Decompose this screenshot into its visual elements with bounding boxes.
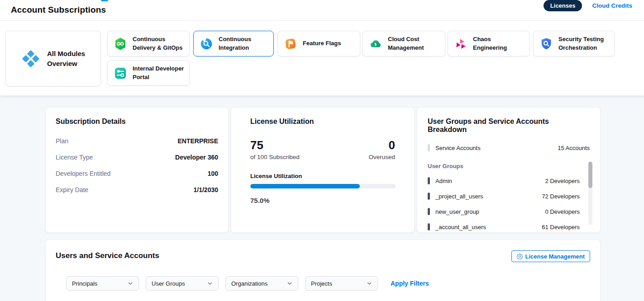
group-label: Admin — [435, 178, 452, 184]
breakdown-scrollbar-track[interactable] — [588, 161, 592, 225]
subscribed-caption: of 100 Subscribed — [250, 154, 300, 160]
page-title: Account Subscriptions — [11, 5, 106, 15]
detail-row-license-type: License Type Developer 360 — [56, 153, 218, 162]
dropdown-label: User Groups — [152, 280, 185, 287]
chaos-engineering-icon — [454, 37, 467, 51]
detail-label: License Type — [56, 153, 93, 162]
internal-developer-portal-icon — [114, 66, 127, 80]
chevron-down-icon — [128, 281, 133, 286]
service-accounts-label: Service Accounts — [435, 145, 481, 151]
module-label: Internal Developer Portal — [133, 65, 185, 81]
module-card-chaos[interactable]: Chaos Engineering — [448, 31, 530, 56]
detail-value: Developer 360 — [175, 153, 218, 162]
all-modules-overview-card[interactable]: All Modules Overview — [5, 31, 101, 86]
group-label: _account_all_users — [435, 224, 486, 230]
group-value: 2 Developers — [545, 178, 590, 184]
chevron-down-icon — [287, 281, 292, 286]
module-label: Feature Flags — [303, 39, 341, 47]
detail-label: Developers Entitled — [56, 169, 110, 178]
detail-label: Plan — [56, 136, 68, 146]
user-groups-heading: User Groups — [428, 163, 590, 169]
module-selector-bar: All Modules Overview Continuous Delivery… — [0, 21, 644, 96]
group-marker — [428, 208, 430, 215]
service-accounts-value: 15 Accounts — [558, 145, 590, 151]
license-utilization-card: License Utilization 75 of 100 Subscribed… — [231, 107, 415, 233]
detail-row-developers-entitled: Developers Entitled 100 — [56, 169, 218, 178]
apply-filters-link[interactable]: Apply Filters — [391, 280, 429, 287]
group-row: new_user_group 0 Developers — [428, 207, 590, 216]
detail-value: 1/1/2030 — [194, 185, 219, 194]
module-card-idp[interactable]: Internal Developer Portal — [107, 60, 190, 86]
cloud-credits-tab[interactable]: Cloud Credits — [592, 2, 632, 9]
chevron-down-icon — [207, 281, 213, 286]
group-value: 61 Developers — [542, 224, 590, 230]
module-card-feature-flags[interactable]: Feature Flags — [277, 31, 360, 56]
module-card-ci[interactable]: Continuous Integration — [193, 31, 274, 56]
module-label: Chaos Engineering — [473, 35, 525, 52]
dropdown-label: Principals — [72, 280, 97, 287]
license-management-button[interactable]: License Management — [511, 250, 591, 262]
header-tabs: Licenses Cloud Credits — [544, 0, 632, 11]
chevron-down-icon — [367, 281, 372, 286]
dropdown-label: Organizations — [231, 280, 267, 287]
page-header: Account Subscriptions Licenses Cloud Cre… — [0, 0, 644, 21]
clipped-top-element — [101, 0, 108, 1]
detail-row-plan: Plan ENTERPRISE — [56, 136, 218, 146]
group-marker — [428, 177, 430, 184]
subscription-details-card: Subscription Details Plan ENTERPRISE Lic… — [45, 107, 229, 233]
cd-gitops-icon — [114, 37, 127, 51]
overused-count: 0 — [389, 138, 395, 152]
license-management-label: License Management — [525, 253, 585, 260]
service-accounts-row: Service Accounts 15 Accounts — [428, 144, 590, 152]
group-row: Admin 2 Developers — [428, 177, 590, 185]
users-service-accounts-card: Users and Service Accounts License Manag… — [45, 240, 601, 301]
all-modules-icon — [20, 48, 41, 69]
group-value: 0 Developers — [545, 208, 590, 215]
module-label: Cloud Cost Management — [388, 35, 440, 52]
module-card-ccm[interactable]: $ Cloud Cost Management — [363, 31, 445, 56]
group-row: _account_all_users 61 Developers — [428, 223, 590, 231]
group-row: _project_all_users 72 Developers — [428, 192, 590, 200]
detail-label: Expiry Date — [56, 185, 88, 194]
service-accounts-marker — [428, 144, 430, 151]
detail-row-expiry-date: Expiry Date 1/1/2030 — [56, 185, 218, 194]
module-card-cd-gitops[interactable]: Continuous Delivery & GitOps — [107, 31, 190, 56]
group-label: new_user_group — [435, 208, 479, 215]
gear-icon — [517, 254, 523, 259]
detail-value: 100 — [208, 169, 218, 178]
group-value: 72 Developers — [542, 193, 590, 200]
module-label: Security Testing Orchestration — [558, 35, 610, 52]
module-label: Continuous Delivery & GitOps — [133, 35, 185, 52]
license-utilization-title: License Utilization — [250, 118, 314, 126]
breakdown-card: User Groups and Service Accounts Breakdo… — [417, 107, 601, 233]
utilization-bar-fill — [250, 184, 360, 188]
all-modules-overview-label: All Modules Overview — [47, 49, 86, 69]
group-marker — [428, 193, 430, 200]
subscription-details-title: Subscription Details — [56, 118, 218, 126]
security-testing-icon — [539, 37, 553, 51]
licenses-tab[interactable]: Licenses — [544, 0, 582, 11]
utilization-bar-track — [250, 184, 396, 188]
filters-row: Principals User Groups Organizations Pro… — [66, 276, 429, 291]
user-groups-dropdown[interactable]: User Groups — [146, 276, 219, 291]
group-marker — [428, 223, 430, 230]
overused-caption: Overused — [368, 154, 395, 160]
utilization-percent: 75.0% — [250, 197, 270, 204]
ci-icon — [200, 37, 213, 51]
module-card-sto[interactable]: Security Testing Orchestration — [533, 31, 615, 56]
users-section-title: Users and Service Accounts — [56, 251, 159, 260]
projects-dropdown[interactable]: Projects — [305, 276, 378, 291]
dropdown-label: Projects — [311, 280, 332, 287]
group-label: _project_all_users — [435, 193, 483, 200]
cloud-cost-icon: $ — [369, 37, 382, 51]
breakdown-title: User Groups and Service Accounts Breakdo… — [428, 118, 590, 134]
breakdown-scrollbar-thumb[interactable] — [588, 162, 592, 188]
principals-dropdown[interactable]: Principals — [66, 276, 139, 291]
feature-flags-icon — [284, 37, 297, 51]
utilization-bar-label: License Utilization — [250, 173, 302, 179]
module-label: Continuous Integration — [219, 35, 269, 52]
svg-text:$: $ — [374, 42, 377, 47]
subscribed-count: 75 — [250, 138, 263, 152]
detail-value: ENTERPRISE — [178, 136, 218, 146]
organizations-dropdown[interactable]: Organizations — [225, 276, 298, 291]
